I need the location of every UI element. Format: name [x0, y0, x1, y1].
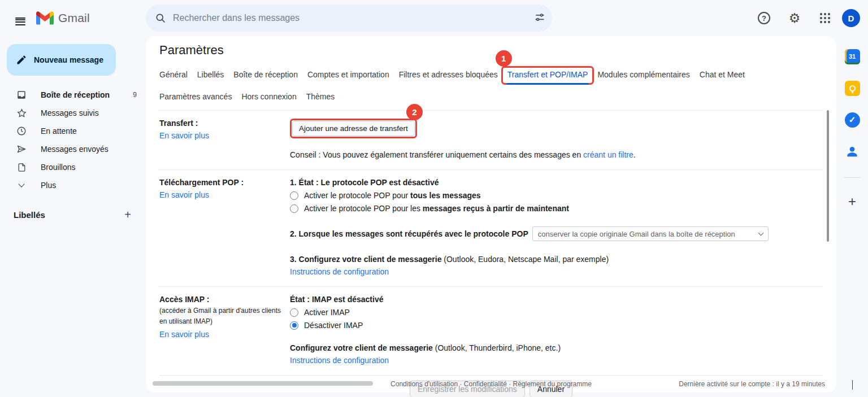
tab-filtres-et-adresses-bloquees[interactable]: Filtres et adresses bloquées: [399, 70, 498, 79]
topbar-left: Gmail: [0, 5, 146, 32]
horizontal-scrollbar[interactable]: [153, 381, 373, 386]
pop-action-select[interactable]: conserver la copie originale Gmail dans …: [532, 226, 769, 241]
right-side-rail: 31 ✓ +: [836, 36, 868, 397]
app-name: Gmail: [58, 11, 90, 25]
tab-comptes-et-importation[interactable]: Comptes et importation: [307, 70, 389, 79]
get-add-ons-icon[interactable]: +: [843, 193, 861, 211]
settings-tabs-row1: Général Libellés Boîte de réception Comp…: [159, 70, 823, 79]
sidebar-item-label: Messages suivis: [41, 108, 137, 117]
sidebar-item-sent[interactable]: Messages envoyés: [0, 140, 146, 158]
annotation-marker-1: 1: [496, 50, 512, 67]
sidebar-item-label: En attente: [41, 126, 137, 136]
pop-option2-text: Activer le protocole POP pour les messag…: [304, 204, 569, 213]
search-options-icon[interactable]: [534, 12, 545, 25]
imap-config-bold: Configurez votre client de messagerie: [290, 343, 433, 352]
search-input[interactable]: [173, 13, 534, 23]
imap-option2-text: Désactiver IMAP: [304, 321, 363, 330]
compose-button[interactable]: Nouveau message: [7, 44, 116, 76]
inbox-count: 9: [133, 91, 137, 99]
topbar-actions: ? ⚙ D: [750, 5, 868, 32]
sidebar-item-label: Boîte de réception: [41, 90, 133, 99]
settings-gear-icon[interactable]: ⚙: [781, 5, 808, 32]
tab-general[interactable]: Général: [159, 70, 188, 79]
imap-configuration-instructions-link[interactable]: Instructions de configuration: [290, 356, 389, 365]
forwarding-label-cell: Transfert : En savoir plus: [159, 119, 290, 159]
radio-checked-icon: [290, 321, 298, 330]
add-label-icon[interactable]: +: [124, 209, 131, 220]
forwarding-learn-more-link[interactable]: En savoir plus: [159, 131, 209, 140]
sidebar-item-drafts[interactable]: Brouillons: [0, 158, 146, 176]
tab-themes[interactable]: Thèmes: [306, 92, 335, 101]
imap-config-row: Configurez votre client de messagerie (O…: [290, 343, 823, 365]
hide-side-panel-icon[interactable]: [852, 380, 853, 389]
settings-tabs-row2: Paramètres avancés Hors connexion Thèmes: [159, 92, 823, 101]
main-menu-icon[interactable]: [7, 5, 34, 32]
draft-icon: [16, 162, 27, 173]
pencil-icon: [16, 54, 27, 66]
top-bar: Gmail ? ⚙ D: [0, 0, 868, 36]
inbox-icon: [16, 89, 27, 101]
sidebar-item-label: Messages envoyés: [41, 145, 137, 154]
pop-configuration-instructions-link[interactable]: Instructions de configuration: [290, 267, 389, 276]
chevron-down-icon: [16, 180, 27, 191]
page-title: Paramètres: [159, 43, 823, 58]
star-icon: [16, 107, 27, 119]
pop-enable-all-radio[interactable]: Activer le protocole POP pour tous les m…: [290, 191, 823, 200]
forwarding-tip-period: .: [633, 150, 636, 159]
imap-sublabel: (accéder à Gmail à partir d'autres clien…: [159, 306, 287, 326]
tab-hors-connexion[interactable]: Hors connexion: [241, 92, 296, 101]
imap-content-cell: État : IMAP est désactivé Activer IMAP D…: [290, 295, 823, 365]
pop-learn-more-link[interactable]: En savoir plus: [159, 190, 209, 199]
forwarding-tip: Conseil : Vous pouvez également transfér…: [290, 150, 823, 159]
pop-label-cell: Téléchargement POP : En savoir plus: [159, 178, 290, 276]
sidebar-item-starred[interactable]: Messages suivis: [0, 104, 146, 122]
annotation-box-active-tab: 1 Transfert et POP/IMAP: [501, 66, 594, 85]
sidebar-item-snoozed[interactable]: En attente: [0, 122, 146, 140]
section-pop: Téléchargement POP : En savoir plus 1. É…: [159, 169, 823, 286]
labels-section-header: Libellés +: [0, 209, 146, 220]
imap-disable-radio[interactable]: Désactiver IMAP: [290, 321, 823, 330]
help-icon[interactable]: ?: [750, 5, 778, 32]
annotation-marker-2: 2: [406, 104, 423, 120]
add-forwarding-address-button[interactable]: Ajouter une adresse de transfert: [292, 121, 415, 136]
tab-transfert-et-pop-imap[interactable]: Transfert et POP/IMAP: [507, 70, 588, 79]
pop-status: 1. État : Le protocole POP est désactivé: [290, 178, 823, 187]
pop-step2-label: 2. Lorsque les messages sont récupérés a…: [290, 229, 528, 238]
radio-unchecked-icon: [290, 204, 298, 213]
left-sidebar: Nouveau message Boîte de réception 9 Mes…: [0, 36, 146, 397]
pop-enable-from-now-radio[interactable]: Activer le protocole POP pour les messag…: [290, 204, 823, 213]
tab-libelles[interactable]: Libellés: [197, 70, 224, 79]
pop-content-cell: 1. État : Le protocole POP est désactivé…: [290, 178, 823, 276]
tab-parametres-avances[interactable]: Paramètres avancés: [159, 92, 232, 101]
imap-status: État : IMAP est désactivé: [290, 295, 823, 304]
imap-enable-radio[interactable]: Activer IMAP: [290, 308, 823, 317]
sidebar-item-inbox[interactable]: Boîte de réception 9: [0, 86, 146, 104]
search-bar[interactable]: [146, 5, 552, 32]
pop-step3-bold: 3. Configurez votre client de messagerie: [290, 255, 441, 264]
create-filter-link[interactable]: créant un filtre: [583, 150, 633, 159]
contacts-icon[interactable]: [843, 142, 861, 160]
compose-label: Nouveau message: [34, 55, 103, 64]
annotation-box-add-forwarding: 2 Ajouter une adresse de transfert: [290, 119, 417, 138]
imap-label-cell: Accès IMAP : (accéder à Gmail à partir d…: [159, 295, 290, 365]
tab-boite-de-reception[interactable]: Boîte de réception: [233, 70, 298, 79]
keep-icon[interactable]: [843, 79, 861, 97]
pop-label: Téléchargement POP :: [159, 178, 290, 187]
google-apps-grid-icon[interactable]: [811, 5, 839, 32]
gmail-logo[interactable]: Gmail: [36, 11, 90, 25]
pop-step3-rest: (Outlook, Eudora, Netscape Mail, par exe…: [441, 255, 609, 264]
tasks-icon[interactable]: ✓: [843, 111, 861, 129]
account-avatar[interactable]: D: [842, 9, 860, 27]
calendar-icon[interactable]: 31: [843, 47, 861, 66]
pop-step2-row: 2. Lorsque les messages sont récupérés a…: [290, 226, 823, 241]
settings-panel: Paramètres Général Libellés Boîte de réc…: [146, 36, 836, 392]
tab-modules-complementaires[interactable]: Modules complémentaires: [597, 70, 689, 79]
tab-chat-et-meet[interactable]: Chat et Meet: [700, 70, 745, 79]
select-caret-icon: [758, 230, 763, 236]
imap-learn-more-link[interactable]: En savoir plus: [159, 330, 209, 339]
pop-step3-row: 3. Configurez votre client de messagerie…: [290, 255, 823, 276]
imap-option1-text: Activer IMAP: [304, 308, 350, 317]
sidebar-item-more[interactable]: Plus: [0, 176, 146, 194]
vertical-scrollbar[interactable]: [827, 110, 829, 242]
radio-unchecked-icon: [290, 191, 298, 200]
